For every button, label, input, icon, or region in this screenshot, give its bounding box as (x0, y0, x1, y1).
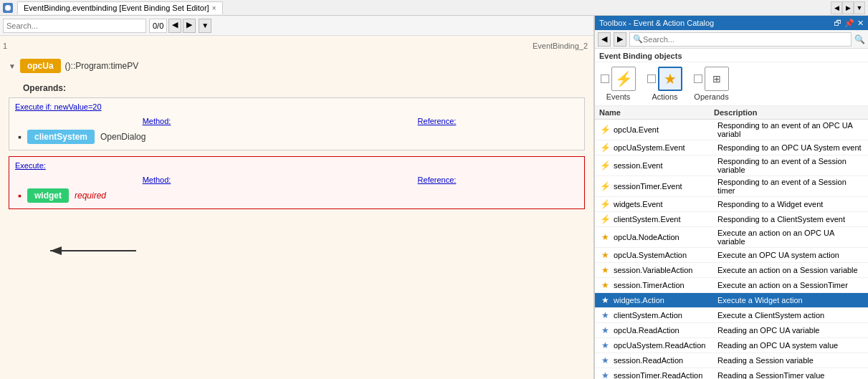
row-icon: ★ (599, 249, 611, 261)
execute-method-ref-row: Method: Reference: (12, 174, 581, 186)
row-name: opcUa.NodeAction (614, 233, 717, 241)
row-icon: ★ (599, 231, 611, 243)
catalog-row[interactable]: ★ sessionTimer.ReadAction Reading a Sess… (595, 368, 868, 379)
toolbox-toolbar: ◀ ▶ 🔍 🔍 (595, 30, 868, 49)
events-checkbox[interactable] (601, 75, 609, 83)
execute-box: Execute: Method: Reference: ▪ widget req… (9, 156, 585, 209)
ref-label[interactable]: Reference: (298, 117, 576, 125)
opcua-badge: opcUa (20, 59, 61, 73)
title-bar: EventBinding.eventbinding [Event Binding… (0, 0, 868, 16)
catalog-row[interactable]: ⚡ clientSystem.Event Responding to a Cli… (595, 212, 868, 227)
row-name: sessionTimer.Event (614, 182, 717, 191)
toolbox-pin-icon[interactable]: 📌 (844, 19, 854, 28)
row-desc: Responding to an event of a Session time… (717, 178, 864, 195)
row-icon: ⚡ (599, 181, 611, 192)
row-name: opcUa.ReadAction (614, 326, 717, 335)
row-desc: Execute an OPC UA system action (717, 251, 864, 259)
actions-label: Actions (652, 92, 677, 101)
scroll-left-btn[interactable]: ◀ (831, 1, 842, 14)
toolbox-close-icon[interactable]: ✕ (857, 19, 864, 28)
catalog-row[interactable]: ⚡ widgets.Event Responding to a Widget e… (595, 197, 868, 212)
editor-search-box[interactable] (3, 19, 146, 33)
binding-id: EventBinding_2 (533, 42, 588, 50)
catalog-row[interactable]: ★ session.TimerAction Execute an action … (595, 278, 868, 293)
collapse-arrow-icon[interactable]: ▼ (9, 62, 16, 70)
row-name: widgets.Event (614, 200, 717, 208)
condition-text[interactable]: Execute if: newValue=20 (12, 101, 581, 115)
row-desc: Reading an OPC UA system value (717, 341, 864, 350)
row-desc: Responding to an OPC UA System event (717, 143, 864, 152)
toolbox-forward-btn[interactable]: ▶ (614, 32, 626, 47)
widget-required: required (75, 191, 106, 201)
method-label[interactable]: Method: (18, 117, 295, 125)
scroll-right-btn[interactable]: ▶ (842, 1, 854, 14)
app-icon (3, 3, 13, 13)
catalog-row[interactable]: ⚡ opcUaSystem.Event Responding to an OPC… (595, 140, 868, 155)
toolbox-back-btn[interactable]: ◀ (598, 32, 611, 47)
catalog-row[interactable]: ★ opcUaSystem.ReadAction Reading an OPC … (595, 338, 868, 353)
operands-icon-group[interactable]: ⊞ Operands (694, 67, 729, 101)
execute-label[interactable]: Execute: (12, 160, 581, 174)
row-name: session.TimerAction (614, 281, 717, 289)
toolbox-title-bar: Toolbox - Event & Action Catalog 🗗 📌 ✕ (595, 16, 868, 30)
catalog-row[interactable]: ⚡ session.Event Responding to an event o… (595, 155, 868, 176)
catalog-row[interactable]: ★ session.ReadAction Reading a Session v… (595, 353, 868, 368)
actions-icon-group[interactable]: ★ Actions (647, 67, 682, 101)
catalog-row[interactable]: ★ opcUa.NodeAction Execute an action on … (595, 227, 868, 248)
row-icon: ★ (599, 264, 611, 276)
execute-method-label[interactable]: Method: (18, 176, 295, 184)
icons-row: ⚡ Events ★ Actions (595, 62, 868, 106)
row-name: widgets.Action (614, 296, 717, 304)
execute-ref-label[interactable]: Reference: (298, 176, 576, 184)
toolbox-panel: Toolbox - Event & Action Catalog 🗗 📌 ✕ ◀… (594, 16, 868, 379)
nav-prev-btn[interactable]: ◀ (168, 19, 181, 33)
toolbox-float-icon[interactable]: 🗗 (834, 19, 841, 28)
catalog-rows-container: ⚡ opcUa.Event Responding to an event of … (595, 120, 868, 379)
editor-tab[interactable]: EventBinding.eventbinding [Event Binding… (17, 1, 223, 14)
toolbox-title-text: Toolbox - Event & Action Catalog (599, 19, 714, 27)
row-icon: ★ (599, 310, 611, 321)
row-name: session.VariableAction (614, 266, 717, 274)
actions-icon-box[interactable]: ★ (658, 67, 682, 91)
toolbox-search-input[interactable] (643, 35, 848, 44)
row-desc: Reading an OPC UA variable (717, 326, 864, 335)
execute-item-row: ▪ widget required (12, 186, 581, 206)
scroll-dropdown-btn[interactable]: ▼ (854, 1, 865, 14)
header-name: Name (599, 108, 714, 117)
scroll-down-btn[interactable]: ▼ (199, 19, 211, 33)
operands-label: Operands (694, 92, 728, 101)
row-icon: ★ (599, 340, 611, 351)
catalog-row[interactable]: ★ opcUa.SystemAction Execute an OPC UA s… (595, 248, 868, 263)
catalog-row[interactable]: ★ session.VariableAction Execute an acti… (595, 263, 868, 278)
widget-badge: widget (27, 188, 69, 203)
toolbox-search-btn[interactable]: 🔍 (854, 34, 865, 44)
events-icon-group[interactable]: ⚡ Events (601, 67, 636, 101)
events-icon-box[interactable]: ⚡ (611, 67, 636, 91)
operands-icon-box[interactable]: ⊞ (705, 67, 729, 91)
actions-checkbox[interactable] (647, 75, 656, 83)
catalog-row[interactable]: ★ clientSystem.Action Execute a ClientSy… (595, 308, 868, 323)
condition-box: Execute if: newValue=20 Method: Referenc… (9, 97, 585, 150)
method-ref-row: Method: Reference: (12, 115, 581, 127)
row-number: 1 (3, 42, 7, 50)
row-name: session.Event (614, 161, 717, 170)
catalog-table: Name Description ⚡ opcUa.Event Respondin… (595, 106, 868, 379)
editor-search-input[interactable] (6, 21, 143, 30)
header-desc: Description (714, 108, 864, 117)
catalog-row[interactable]: ⚡ opcUa.Event Responding to an event of … (595, 120, 868, 140)
actions-star-icon: ★ (664, 70, 677, 87)
row-desc: Execute an action on a Session variable (717, 266, 864, 274)
row-icon: ★ (599, 279, 611, 291)
toolbox-search-box[interactable]: 🔍 (629, 32, 852, 47)
row-desc: Responding to a ClientSystem event (717, 215, 864, 224)
opcua-row: ▼ opcUa ()::Program:timePV (3, 56, 591, 76)
row-icon: ★ (599, 325, 611, 336)
catalog-row[interactable]: ★ opcUa.ReadAction Reading an OPC UA var… (595, 323, 868, 338)
catalog-row[interactable]: ★ widgets.Action Execute a Widget action (595, 293, 868, 308)
operands-checkbox[interactable] (694, 75, 702, 83)
tab-close-icon[interactable]: × (212, 4, 216, 12)
row-icon: ★ (599, 355, 611, 366)
catalog-row[interactable]: ⚡ sessionTimer.Event Responding to an ev… (595, 176, 868, 197)
client-method: OpenDialog (100, 132, 146, 142)
nav-next-btn[interactable]: ▶ (183, 19, 196, 33)
